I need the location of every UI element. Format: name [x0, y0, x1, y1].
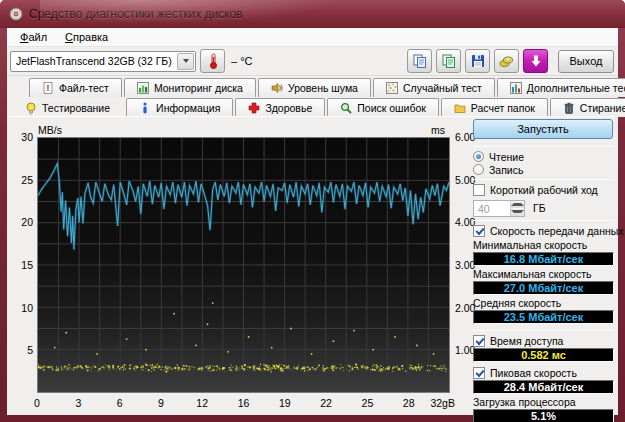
tab-testing[interactable]: Тестирование — [13, 98, 124, 117]
save-button[interactable] — [465, 49, 490, 73]
temperature-button[interactable] — [200, 49, 225, 73]
search-icon — [340, 102, 352, 114]
size-row: 40 ГБ — [473, 199, 614, 217]
tab-label: Уровень шума — [288, 82, 358, 94]
max-speed-value: 27.0 Мбайт/сек — [473, 281, 614, 295]
radio-read-label: Чтение — [489, 151, 524, 163]
spinner-buttons[interactable] — [510, 201, 524, 216]
tab-folder-size[interactable]: Расчет папок — [441, 98, 548, 117]
radio-write[interactable]: Запись — [473, 163, 614, 176]
tab-label: Расчет папок — [471, 102, 535, 114]
cpu-usage-value: 5.1% — [473, 409, 614, 422]
app-disk-icon — [9, 7, 23, 21]
start-button[interactable]: Запустить — [473, 119, 613, 139]
exit-button[interactable]: Выход — [558, 50, 614, 73]
svg-text:!: ! — [47, 83, 50, 93]
copy-pages-icon — [442, 54, 456, 68]
access-time-label: Время доступа — [490, 335, 563, 347]
tab-row-bottom: Тестирование Информация Здоровье Поиск о… — [13, 97, 625, 117]
checkbox-checked-icon — [473, 367, 485, 379]
radio-unselected-icon — [473, 164, 484, 175]
left-axis-unit: MB/s — [38, 124, 62, 136]
window-title: Средство диагностики жестких дисков — [29, 7, 243, 21]
tab-label: Случайный тест — [403, 82, 482, 94]
tab-additional-tests[interactable]: Дополнительные тесты — [497, 78, 625, 97]
size-input[interactable]: 40 — [473, 200, 525, 217]
min-speed-value: 16.8 Мбайт/сек — [473, 252, 614, 266]
tab-information[interactable]: Информация — [126, 98, 233, 117]
tab-label: Информация — [156, 102, 220, 114]
checkbox-checked-icon — [473, 225, 485, 237]
x-tick: 12 — [196, 397, 208, 409]
tab-error-scan[interactable]: Поиск ошибок — [327, 98, 439, 117]
x-tick: 3 — [75, 397, 81, 409]
tab-noise-level[interactable]: Уровень шума — [258, 78, 371, 97]
transfer-speed-checkbox[interactable]: Скорость передачи данных — [473, 224, 614, 237]
x-tick: 25 — [362, 397, 374, 409]
size-unit-label: ГБ — [533, 202, 546, 214]
x-tick: 22 — [320, 397, 332, 409]
trash-icon — [563, 102, 575, 114]
radio-write-label: Запись — [489, 164, 523, 176]
radio-selected-icon — [473, 151, 484, 162]
random-dots-icon — [386, 82, 398, 94]
x-tick: 0 — [34, 397, 40, 409]
tab-label: Мониторинг диска — [154, 82, 243, 94]
download-button[interactable] — [523, 49, 548, 73]
tab-label: Поиск ошибок — [357, 102, 426, 114]
menu-file[interactable]: Файл — [12, 29, 55, 45]
tab-row-top: ! Файл-тест Мониторинг диска Уровень шум… — [29, 78, 625, 97]
min-speed-label: Минимальная скорость — [473, 239, 614, 251]
tab-label: Дополнительные тесты — [527, 82, 625, 94]
tab-disk-monitoring[interactable]: Мониторинг диска — [124, 78, 256, 97]
y-left-tick: 30 — [21, 131, 33, 143]
separator — [473, 330, 614, 331]
save-icon — [471, 54, 485, 68]
menubar: Файл Справка — [7, 28, 618, 47]
health-cross-icon — [248, 102, 260, 114]
spinner-down-icon — [511, 208, 524, 216]
avg-speed-value: 23.5 Мбайт/сек — [473, 310, 614, 324]
burst-speed-checkbox[interactable]: Пиковая скорость — [473, 366, 614, 379]
radio-read[interactable]: Чтение — [473, 150, 614, 163]
short-stroke-checkbox[interactable]: Короткий рабочий ход — [473, 183, 614, 196]
burst-speed-value: 28.4 Мбайт/сек — [473, 380, 614, 394]
drive-select-value: JetFlashTranscend 32GB (32 ГБ) — [11, 55, 177, 67]
copy-report-button[interactable] — [436, 49, 461, 73]
x-tick: 9 — [158, 397, 164, 409]
avg-speed-label: Средняя скорость — [473, 297, 614, 309]
short-stroke-label: Короткий рабочий ход — [490, 184, 598, 196]
x-tick: 16 — [238, 397, 250, 409]
tab-label: Стирание — [580, 102, 625, 114]
separator — [473, 146, 614, 147]
y-left-tick: 20 — [21, 216, 33, 228]
toolbar: JetFlashTranscend 32GB (32 ГБ) – °C — [7, 47, 618, 76]
temperature-value: – °C — [231, 55, 253, 67]
folder-icon — [454, 102, 466, 114]
control-panel: Запустить Чтение Запись Короткий рабочий… — [465, 117, 618, 416]
copy-button[interactable] — [407, 49, 432, 73]
testing-page: MB/s ms 302520151056.005.004.003.002.001… — [7, 116, 618, 415]
access-time-checkbox[interactable]: Время доступа — [473, 334, 614, 347]
cpu-usage-label: Загрузка процессора — [473, 396, 614, 408]
spinner-up-icon — [511, 201, 524, 209]
chevron-down-icon[interactable] — [177, 53, 194, 70]
tab-file-test[interactable]: ! Файл-тест — [29, 78, 122, 97]
drive-select[interactable]: JetFlashTranscend 32GB (32 ГБ) — [10, 51, 196, 72]
extra-tests-icon — [510, 82, 522, 94]
x-tick: 6 — [117, 397, 123, 409]
thermometer-icon — [207, 53, 219, 69]
download-arrow-icon — [529, 54, 543, 68]
checkbox-unchecked-icon — [473, 184, 485, 196]
plot-area — [37, 137, 450, 393]
access-time-value: 0.582 мс — [473, 348, 614, 362]
tab-erase[interactable]: Стирание — [550, 98, 625, 117]
right-axis-unit: ms — [431, 124, 445, 136]
menu-help[interactable]: Справка — [57, 29, 116, 45]
donate-button[interactable] — [494, 49, 519, 73]
tab-health[interactable]: Здоровье — [235, 98, 325, 117]
y-left-tick: 15 — [21, 259, 33, 271]
titlebar[interactable]: Средство диагностики жестких дисков — [0, 0, 625, 28]
app-window: Средство диагностики жестких дисков Файл… — [0, 0, 625, 422]
tab-random-test[interactable]: Случайный тест — [373, 78, 495, 97]
